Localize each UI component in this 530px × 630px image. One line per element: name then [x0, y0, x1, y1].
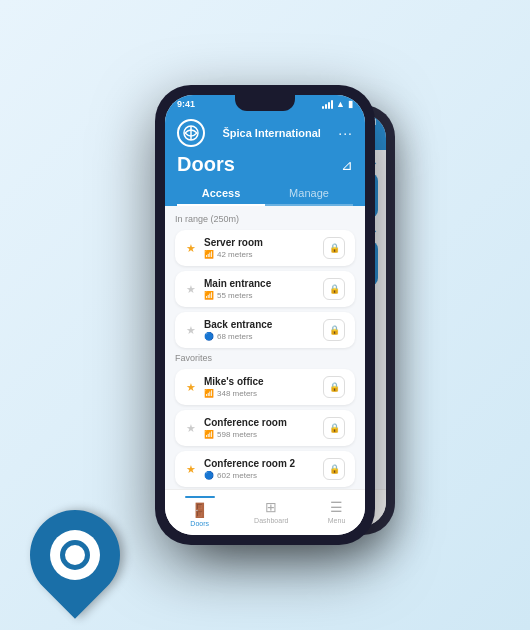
bottom-nav: 🚪 Doors ⊞ Dashboard ☰ Menu [165, 489, 365, 535]
main-content: In range (250m) ★ Server room 📶 42 meter… [165, 206, 365, 489]
door-item-main-entrance[interactable]: ★ Main entrance 📶 55 meters 🔒 [175, 271, 355, 307]
star-icon-mikes: ★ [185, 381, 197, 394]
door-name-mikes: Mike's office [204, 376, 316, 387]
menu-nav-label: Menu [328, 517, 346, 524]
filter-icon[interactable]: ⊿ [341, 157, 353, 173]
door-info-server: Server room 📶 42 meters [204, 237, 316, 259]
phone-notch [235, 95, 295, 111]
door-dist-server: 📶 42 meters [204, 250, 316, 259]
status-icons: ▲ ▮ [322, 99, 353, 109]
bt-dist-icon: 🔵 [204, 332, 214, 341]
star-icon-conf: ★ [185, 422, 197, 435]
phone-main: 9:41 ▲ ▮ [155, 85, 375, 545]
app-header: Špica International ··· Doors ⊿ Access M… [165, 113, 365, 206]
lock-icon-main[interactable]: 🔒 [323, 278, 345, 300]
dashboard-nav-label: Dashboard [254, 517, 288, 524]
wifi-dist-icon2: 📶 [204, 291, 214, 300]
door-item-back-entrance[interactable]: ★ Back entrance 🔵 68 meters 🔒 [175, 312, 355, 348]
door-dist-mikes: 📶 348 meters [204, 389, 316, 398]
star-icon-server: ★ [185, 242, 197, 255]
header-top: Špica International ··· [177, 119, 353, 147]
section-in-range: In range (250m) [175, 214, 355, 224]
door-name-server: Server room [204, 237, 316, 248]
dashboard-nav-icon: ⊞ [265, 499, 277, 515]
nav-item-doors[interactable]: 🚪 Doors [185, 496, 215, 527]
door-dist-main: 📶 55 meters [204, 291, 316, 300]
battery-icon: ▮ [348, 99, 353, 109]
location-pin [30, 510, 120, 600]
doors-nav-icon: 🚪 [191, 502, 208, 518]
door-item-conference[interactable]: ★ Conference room 📶 598 meters 🔒 [175, 410, 355, 446]
door-info-conf: Conference room 📶 598 meters [204, 417, 316, 439]
door-dist-back: 🔵 68 meters [204, 332, 316, 341]
wifi-dist-icon3: 📶 [204, 389, 214, 398]
door-name-conf2: Conference room 2 [204, 458, 316, 469]
nav-item-dashboard[interactable]: ⊞ Dashboard [254, 499, 288, 524]
section-favorites: Favorites [175, 353, 355, 363]
door-name-conf: Conference room [204, 417, 316, 428]
star-icon-back: ★ [185, 324, 197, 337]
lock-icon-back[interactable]: 🔒 [323, 319, 345, 341]
door-info-mikes: Mike's office 📶 348 meters [204, 376, 316, 398]
company-name: Špica International [205, 127, 338, 139]
nav-active-indicator [185, 496, 215, 498]
phone-screen: 9:41 ▲ ▮ [165, 95, 365, 535]
pin-center-icon [60, 540, 90, 570]
signal-icon [322, 100, 333, 109]
nav-item-menu[interactable]: ☰ Menu [328, 499, 346, 524]
lock-icon-conf[interactable]: 🔒 [323, 417, 345, 439]
page-title: Doors [177, 153, 235, 176]
logo [177, 119, 205, 147]
star-icon-main: ★ [185, 283, 197, 296]
more-options-button[interactable]: ··· [338, 125, 353, 141]
door-item-server-room[interactable]: ★ Server room 📶 42 meters 🔒 [175, 230, 355, 266]
tab-manage[interactable]: Manage [265, 182, 353, 204]
doors-nav-label: Doors [190, 520, 209, 527]
tab-access[interactable]: Access [177, 182, 265, 206]
wifi-icon: ▲ [336, 99, 345, 109]
bt-dist-icon2: 🔵 [204, 471, 214, 480]
door-info-back: Back entrance 🔵 68 meters [204, 319, 316, 341]
wifi-dist-icon4: 📶 [204, 430, 214, 439]
door-dist-conf: 📶 598 meters [204, 430, 316, 439]
lock-icon-conf2[interactable]: 🔒 [323, 458, 345, 480]
door-item-conference2[interactable]: ★ Conference room 2 🔵 602 meters 🔒 [175, 451, 355, 487]
door-item-mikes-office[interactable]: ★ Mike's office 📶 348 meters 🔒 [175, 369, 355, 405]
menu-nav-icon: ☰ [330, 499, 343, 515]
lock-icon-mikes[interactable]: 🔒 [323, 376, 345, 398]
lock-icon-server[interactable]: 🔒 [323, 237, 345, 259]
time-display: 9:41 [177, 99, 195, 109]
phones-container: 9:41 ▲ ▮ [155, 85, 375, 545]
page-title-row: Doors ⊿ [177, 153, 353, 176]
door-name-back: Back entrance [204, 319, 316, 330]
logo-icon [183, 125, 199, 141]
door-name-main: Main entrance [204, 278, 316, 289]
wifi-dist-icon: 📶 [204, 250, 214, 259]
door-dist-conf2: 🔵 602 meters [204, 471, 316, 480]
tab-bar: Access Manage [177, 182, 353, 206]
star-icon-conf2: ★ [185, 463, 197, 476]
door-info-main: Main entrance 📶 55 meters [204, 278, 316, 300]
door-info-conf2: Conference room 2 🔵 602 meters [204, 458, 316, 480]
